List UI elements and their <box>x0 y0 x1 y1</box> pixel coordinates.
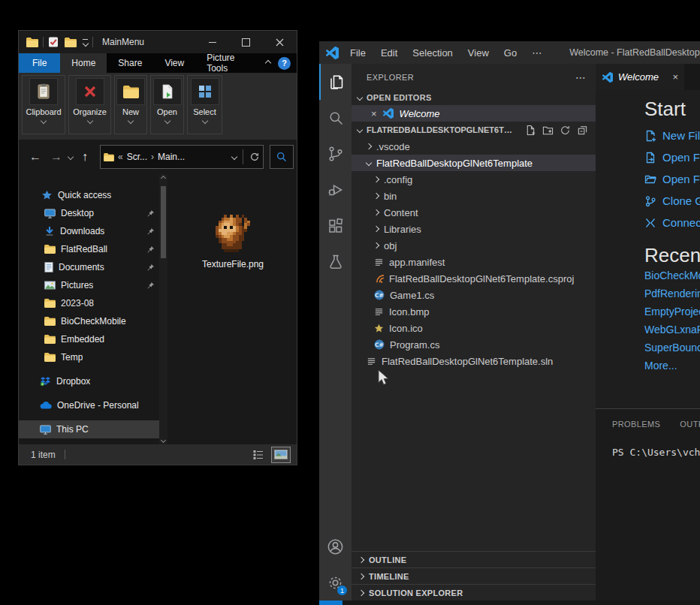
new-folder-quick-icon[interactable] <box>65 38 77 47</box>
sidebar-item-biocheckmobile[interactable]: BioCheckMobile <box>19 312 159 330</box>
activity-search[interactable] <box>319 100 352 136</box>
tree-item-program[interactable]: C# Program.cs <box>352 336 596 353</box>
sidebar-item-2023-08[interactable]: 2023-08 <box>19 294 159 312</box>
close-editor-icon[interactable]: × <box>371 108 377 119</box>
recent-link[interactable]: WebGLxnaProject <box>644 321 700 339</box>
recent-more-link[interactable]: More... <box>644 357 700 375</box>
search-box[interactable] <box>270 145 294 169</box>
sidebar-item-this-pc[interactable]: This PC <box>19 420 159 438</box>
activity-explorer[interactable] <box>319 64 352 100</box>
group-open[interactable]: Open <box>150 75 184 134</box>
account-button[interactable] <box>319 528 352 564</box>
properties-check-icon[interactable] <box>48 37 59 47</box>
vscode-titlebar[interactable]: File Edit Selection View Go ⋯ Welcome - … <box>319 41 700 64</box>
tree-item-csproj[interactable]: FlatRedBallDesktopGlNet6Template.csproj <box>352 270 596 287</box>
section-open-editors[interactable]: OPEN EDITORS <box>352 90 596 105</box>
settings-button[interactable]: 1 <box>319 564 352 600</box>
address-dropdown-icon[interactable] <box>231 154 237 160</box>
section-solution-explorer[interactable]: SOLUTION EXPLORER <box>352 584 596 600</box>
link-open-file[interactable]: Open File... <box>644 146 700 168</box>
file-item-texturefile[interactable]: TextureFile.png <box>198 212 267 269</box>
new-file-icon[interactable] <box>525 125 536 136</box>
breadcrumb-current[interactable]: Main... <box>158 152 185 162</box>
close-button[interactable] <box>263 31 297 53</box>
group-organize[interactable]: Organize <box>68 75 111 134</box>
section-workspace[interactable]: FLATREDBALLDESKTOPGLNET6TEMPLATE <box>352 122 596 138</box>
link-clone-repo[interactable]: Clone Git Repository... <box>644 190 700 212</box>
new-folder-icon[interactable] <box>542 125 554 136</box>
tree-item-libraries[interactable]: Libraries <box>352 221 596 237</box>
minimize-ribbon-icon[interactable] <box>265 60 271 66</box>
explorer-titlebar[interactable]: MainMenu <box>19 31 297 53</box>
group-select[interactable]: Select <box>187 75 222 134</box>
refresh-icon[interactable] <box>249 152 260 162</box>
recent-link[interactable]: BioCheckMobile <box>644 266 700 284</box>
tree-item-vscode-folder[interactable]: .vscode <box>352 138 596 155</box>
tree-item-project-folder[interactable]: FlatRedBallDesktopGlNet6Template <box>352 155 596 171</box>
refresh-icon[interactable] <box>560 125 571 136</box>
sidebar-item-downloads[interactable]: Downloads <box>19 222 159 240</box>
scroll-up-icon[interactable] <box>161 176 166 181</box>
sidebar-item-quick-access[interactable]: Quick access <box>19 186 159 204</box>
recent-link[interactable]: SuperBounce <box>644 339 700 357</box>
sidebar-item-onedrive[interactable]: OneDrive - Personal <box>19 396 159 414</box>
sidebar-item-desktop[interactable]: Desktop <box>19 204 159 222</box>
group-clipboard[interactable]: Clipboard <box>22 75 65 134</box>
sidebar-item-pictures[interactable]: Pictures <box>19 276 159 294</box>
terminal-prompt[interactable]: PS C:\Users\vchel <box>612 447 700 458</box>
link-open-folder[interactable]: Open Folder... <box>644 168 700 190</box>
tree-item-obj[interactable]: obj <box>352 237 596 254</box>
activity-extensions[interactable] <box>319 208 352 244</box>
thumbnail-view-button[interactable] <box>271 447 291 463</box>
tree-item-icon-ico[interactable]: Icon.ico <box>352 320 596 336</box>
scroll-down-icon[interactable] <box>161 438 166 443</box>
sidebar-item-dropbox[interactable]: Dropbox <box>19 372 159 390</box>
menu-selection[interactable]: Selection <box>406 47 459 59</box>
up-button[interactable]: ↑ <box>76 150 94 164</box>
customize-toolbar-icon[interactable] <box>83 39 88 46</box>
tab-share[interactable]: Share <box>107 53 153 73</box>
sidebar-scrollbar[interactable] <box>159 174 167 444</box>
collapse-all-icon[interactable] <box>577 125 588 136</box>
tree-item-content[interactable]: Content <box>352 204 596 221</box>
tree-item-sln[interactable]: FlatRedBallDesktopGlNet6Template.sln <box>352 353 596 369</box>
menu-view[interactable]: View <box>461 47 496 59</box>
panel-tab-output[interactable]: OUTPUT <box>680 420 700 429</box>
tab-welcome[interactable]: Welcome × <box>596 64 684 90</box>
activity-testing[interactable] <box>319 244 352 280</box>
scrollbar-thumb[interactable] <box>161 186 166 258</box>
close-tab-icon[interactable]: × <box>672 71 678 83</box>
sidebar-item-embedded[interactable]: Embedded <box>19 330 159 348</box>
recent-link[interactable]: EmptyProject <box>644 302 700 321</box>
menu-go[interactable]: Go <box>497 47 523 59</box>
tab-view[interactable]: View <box>153 53 195 73</box>
link-connect-to[interactable]: Connect to... <box>644 212 700 233</box>
tree-item-bin[interactable]: bin <box>352 188 596 204</box>
tree-item-icon-bmp[interactable]: Icon.bmp <box>352 303 596 320</box>
tree-item-app-manifest[interactable]: app.manifest <box>352 254 596 270</box>
tree-item-config[interactable]: .config <box>352 171 596 188</box>
sidebar-item-flatredball[interactable]: FlatRedBall <box>19 240 159 258</box>
section-timeline[interactable]: TIMELINE <box>352 567 596 584</box>
crumb-overflow[interactable]: « <box>118 152 123 162</box>
recent-link[interactable]: PdfRendering <box>644 284 700 302</box>
tab-home[interactable]: Home <box>60 53 107 73</box>
maximize-button[interactable] <box>229 31 263 53</box>
remote-indicator[interactable] <box>319 600 342 605</box>
menu-file[interactable]: File <box>343 47 373 59</box>
menu-edit[interactable]: Edit <box>374 47 404 59</box>
folder-content[interactable]: TextureFile.png <box>167 174 297 444</box>
address-bar[interactable]: « Scr... › Main... <box>100 145 264 169</box>
more-actions-icon[interactable]: ⋯ <box>575 71 587 83</box>
back-button[interactable]: ← <box>26 150 44 164</box>
tree-item-game1[interactable]: C# Game1.cs <box>352 287 596 303</box>
sidebar-item-documents[interactable]: Documents <box>19 258 159 276</box>
forward-button[interactable]: → <box>47 150 65 164</box>
minimize-button[interactable] <box>195 31 229 53</box>
open-editor-welcome[interactable]: × Welcome <box>352 105 596 122</box>
tab-file[interactable]: File <box>19 53 60 73</box>
history-dropdown-icon[interactable] <box>68 154 74 160</box>
panel-tab-problems[interactable]: PROBLEMS <box>612 420 660 429</box>
activity-source-control[interactable] <box>319 136 352 172</box>
breadcrumb-parent[interactable]: Scr... <box>127 152 147 162</box>
